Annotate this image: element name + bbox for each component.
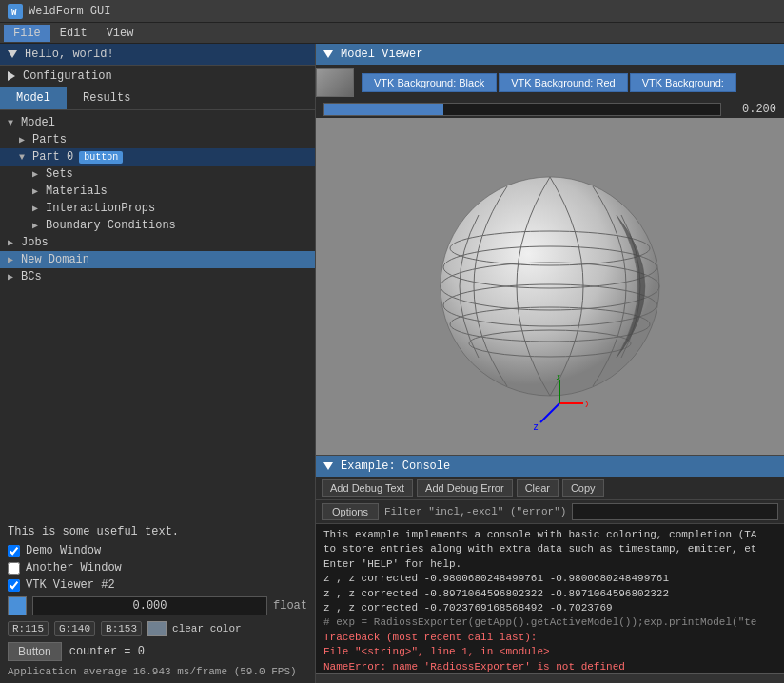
vtk-viewer-checkbox[interactable] [8,579,20,592]
add-debug-error-button[interactable]: Add Debug Error [417,479,513,497]
color-row: R:115 G:140 B:153 clear color [8,618,307,639]
tree-arrow-boundary: ▶ [32,220,42,231]
vtk-bg-other-button[interactable]: VTK Background: [630,73,736,92]
color-swatch[interactable] [147,621,167,636]
slider-box[interactable] [8,596,27,615]
tree-label-newdomain: New Domain [21,253,89,266]
right-panel: Model Viewer VTK Background: Black VTK B… [316,44,784,683]
add-debug-text-button[interactable]: Add Debug Text [322,479,413,497]
tree-arrow-bcs: ▶ [8,271,17,283]
tabs-bar: Model Results [0,87,315,110]
log-line-3: z , z corrected -0.9800680248499761 -0.9… [323,572,776,586]
title-bar: W WeldForm GUI [0,0,784,23]
left-panel: Hello, world! Configuration Model Result… [0,44,316,683]
tree-label-bcs: BCs [21,270,42,283]
slider-value[interactable]: 0.000 [32,596,267,615]
demo-window-row: Demo Window [8,542,307,559]
log-line-7: Traceback (most recent call last): [323,631,776,645]
sphere-container [426,163,674,410]
viewer-slider[interactable] [323,103,721,116]
options-button[interactable]: Options [322,503,379,520]
tree-item-newdomain[interactable]: ▶ New Domain [0,251,315,268]
viewer-header-icon [323,50,333,58]
console-header: Example: Console [316,456,784,477]
slider-type: float [273,599,307,613]
console-header-icon [323,462,333,470]
svg-text:W: W [11,8,17,17]
bottom-controls: This is some useful text. Demo Window An… [0,517,315,683]
vtk-viewer-label: VTK Viewer #2 [26,578,115,592]
viewer-controls: VTK Background: Black VTK Background: Re… [316,65,784,101]
tree-label-materials: Materials [46,185,108,198]
clear-button[interactable]: Clear [517,479,559,497]
tree-arrow-parts: ▶ [19,134,29,146]
another-window-label: Another Window [26,561,122,575]
tree-arrow-model: ▼ [8,118,17,128]
tree-item-parts[interactable]: ▶ Parts [0,131,315,148]
configuration-section[interactable]: Configuration [0,65,315,87]
tree-label-jobs: Jobs [21,236,49,249]
tab-results[interactable]: Results [67,87,147,109]
tree-arrow-newdomain: ▶ [8,254,17,265]
tree-item-boundary[interactable]: ▶ Boundary Conditions [0,217,315,234]
vtk-bg-black-button[interactable]: VTK Background: Black [362,73,497,92]
fps-text: Application average 16.943 ms/frame (59.… [8,664,307,679]
menu-edit[interactable]: Edit [50,25,97,42]
filter-input[interactable] [572,503,778,520]
log-line-9: NameError: name 'RadiossExporter' is not… [323,660,776,673]
useful-text: This is some useful text. [8,521,307,542]
menu-view[interactable]: View [97,25,144,42]
console-toolbar: Add Debug Text Add Debug Error Clear Cop… [316,477,784,500]
log-line-5: z , z corrected -0.7023769168568492 -0.7… [323,601,776,615]
log-line-2: Enter 'HELP' for help. [323,557,776,572]
menu-bar: File Edit View [0,23,784,44]
3d-viewport[interactable]: x y z [316,118,784,455]
counter-button[interactable]: Button [8,642,62,661]
vtk-bg-red-button[interactable]: VTK Background: Red [499,73,627,92]
another-window-row: Another Window [8,559,307,576]
config-label: Configuration [23,69,112,83]
console-scrollbar[interactable] [316,673,784,683]
tree-arrow-materials: ▶ [32,185,42,197]
svg-line-13 [540,403,559,422]
sphere-svg [426,163,674,410]
tree-root-model[interactable]: ▼ Model [0,114,315,131]
tree-label-parts: Parts [32,133,67,146]
console-filter-row: Options Filter "incl,-excl" ("error") [316,500,784,524]
copy-button[interactable]: Copy [562,479,604,497]
console-output[interactable]: This example implements a console with b… [316,524,784,673]
tree-item-jobs[interactable]: ▶ Jobs [0,234,315,251]
another-window-checkbox[interactable] [8,562,20,575]
app-icon: W [8,4,23,19]
viewer-slider-container: 0.200 [316,101,784,118]
triangle-down-icon [8,50,17,58]
demo-window-label: Demo Window [26,544,101,557]
menu-file[interactable]: File [4,25,50,42]
tree-arrow-jobs: ▶ [8,237,17,248]
viewer-header: Model Viewer [316,44,784,65]
part0-badge: button [79,151,123,164]
axes-indicator: x y z [531,375,588,436]
r-value: R:115 [8,621,49,636]
tree-item-part0[interactable]: ▼ Part 0 button [0,148,315,166]
log-line-0: This example implements a console with b… [323,528,776,542]
clear-color-label: clear color [172,623,242,634]
viewer-thumbnail [316,68,354,97]
svg-text:x: x [585,399,588,409]
button-counter-row: Button counter = 0 [8,639,307,664]
tree-item-bcs[interactable]: ▶ BCs [0,268,315,285]
log-line-8: File "<string>", line 1, in <module> [323,645,776,659]
tab-model[interactable]: Model [0,87,67,109]
log-line-6: # exp = RadiossExporter(getApp().getActi… [323,615,776,630]
tree-item-interaction[interactable]: ▶ InteractionProps [0,200,315,217]
demo-window-checkbox[interactable] [8,545,20,557]
tree-item-materials[interactable]: ▶ Materials [0,183,315,200]
g-value: G:140 [54,621,95,636]
vtk-viewer-row: VTK Viewer #2 [8,576,307,594]
config-arrow-icon [8,71,15,81]
hello-bar[interactable]: Hello, world! [0,44,315,65]
tree-label-model: Model [21,116,55,129]
tree-arrow-interaction: ▶ [32,203,42,214]
filter-label: Filter "incl,-excl" ("error") [384,506,566,517]
tree-item-sets[interactable]: ▶ Sets [0,166,315,183]
